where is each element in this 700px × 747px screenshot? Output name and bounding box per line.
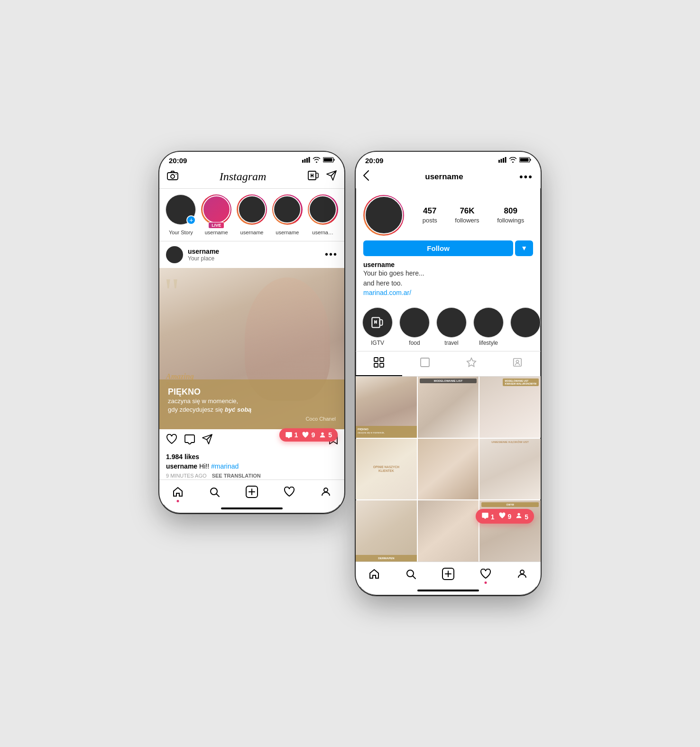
add-story-plus[interactable]: + [186, 215, 196, 225]
lifestyle-highlight-circle [473, 307, 504, 338]
post-header: username Your place ••• [159, 241, 344, 268]
header-icons [307, 170, 337, 184]
person-tab-icon [512, 357, 523, 370]
highlight-igtv-label: IGTV [371, 340, 384, 346]
bio-text-1: Your bio goes here... [363, 268, 533, 278]
travel-highlight-circle [436, 307, 467, 338]
grid-cell-1[interactable]: PIĘKNOzaczyna się w momencie, [356, 377, 417, 438]
story-item-live[interactable]: LIVE username [202, 194, 231, 235]
battery-icon [323, 157, 335, 164]
nav-profile-feed[interactable] [320, 486, 332, 500]
svg-rect-24 [503, 158, 504, 163]
status-time-feed: 20:09 [169, 157, 187, 165]
story-item-your-story[interactable]: + Your Story [166, 194, 196, 235]
svg-point-15 [322, 433, 324, 435]
svg-point-9 [176, 174, 177, 175]
stat-followers[interactable]: 76K followers [455, 206, 479, 224]
highlight-lifestyle[interactable]: lifestyle [473, 307, 504, 346]
grid-cell-4[interactable]: OPINIE NASZYCHKLIENTEK [356, 439, 417, 500]
post-more-icon[interactable]: ••• [325, 249, 338, 260]
svg-line-43 [413, 576, 416, 579]
svg-rect-22 [498, 160, 500, 163]
tab-tagged-star[interactable] [448, 351, 495, 376]
back-button[interactable] [363, 170, 369, 184]
tab-reels[interactable] [402, 351, 449, 376]
svg-rect-25 [505, 157, 507, 163]
follow-dropdown-button[interactable]: ▼ [515, 240, 533, 256]
highlight-travel[interactable]: travel [436, 307, 467, 346]
svg-rect-6 [324, 158, 332, 161]
tab-profile-tagged[interactable] [495, 351, 541, 376]
profile-avatar-ring [363, 195, 404, 236]
igtv-highlight-circle [362, 307, 393, 338]
igtv-icon[interactable] [307, 170, 319, 184]
highlight-food[interactable]: food [399, 307, 430, 346]
svg-point-47 [520, 570, 524, 574]
story-item-1[interactable]: username [237, 194, 267, 235]
nav-profile-profile[interactable] [516, 568, 528, 582]
story-item-2[interactable]: username [272, 194, 302, 235]
stat-followings[interactable]: 809 followings [497, 206, 524, 224]
signal-icon [302, 157, 310, 164]
highlight-extra[interactable] [510, 307, 541, 346]
grid-cell-3[interactable]: MODELOWANIE USTKWASEM HIALURONOWYM [479, 377, 541, 438]
tab-grid[interactable] [356, 351, 402, 376]
post-overlay-author: Coco Chanel [168, 416, 336, 422]
stories-row: + Your Story LIVE username [159, 189, 344, 241]
post-image[interactable]: " Amazing Beauty PIĘKNO zaczyna się w mo… [159, 268, 344, 429]
comment-count-badge-profile: 1 [481, 512, 495, 521]
grid-cell-8[interactable] [418, 500, 479, 562]
nav-search-profile[interactable] [405, 568, 416, 582]
caption-username: username [166, 462, 197, 470]
phones-container: 20:09 Instagram [159, 152, 541, 595]
extra-highlight-circle [510, 307, 541, 338]
post-user[interactable]: username Your place [166, 246, 219, 263]
bio-link[interactable]: marinad.com.ar/ [363, 289, 411, 296]
svg-rect-2 [306, 158, 308, 163]
phone-feed-screen: 20:09 Instagram [159, 152, 344, 513]
status-time-profile: 20:09 [365, 157, 383, 165]
notification-badge-profile: 1 9 5 [476, 509, 534, 524]
svg-rect-38 [421, 358, 429, 367]
nav-home-profile[interactable] [368, 568, 380, 582]
grid-cell-5[interactable] [418, 439, 479, 500]
follow-button[interactable]: Follow [363, 240, 513, 256]
status-icons-profile [498, 157, 531, 164]
nav-add-feed[interactable] [246, 486, 258, 501]
home-indicator-profile [417, 590, 479, 591]
post-actions-left [166, 434, 212, 447]
post-caption: username Hi!! #marinad [159, 461, 344, 472]
phone-profile: 20:09 username [356, 152, 541, 595]
likes-count-badge-profile: 9 [498, 512, 512, 520]
post-overlay-title: PIĘKNO [168, 387, 336, 397]
svg-point-40 [516, 360, 519, 363]
nav-home-feed[interactable] [172, 486, 184, 500]
story-item-3[interactable]: userna… [308, 194, 338, 235]
stat-posts: 457 posts [423, 206, 437, 224]
grid-cell-2[interactable]: MODELOWANIE LIST [418, 377, 479, 438]
highlight-igtv[interactable]: IGTV [362, 307, 393, 346]
post-overlay-body: zaczyna się w momencie, gdy zdecydujesz … [168, 397, 336, 414]
share-button[interactable] [202, 434, 212, 447]
comment-button[interactable] [184, 434, 195, 447]
nav-add-profile[interactable] [442, 568, 454, 583]
svg-rect-0 [302, 160, 304, 163]
profile-avatar-wrap[interactable] [363, 195, 404, 236]
profile-header-username: username [425, 172, 463, 182]
food-highlight-circle [399, 307, 430, 338]
nav-heart-feed[interactable] [284, 487, 295, 500]
grid-cell-7[interactable]: DERMAPEN [356, 500, 417, 562]
see-translation-link[interactable]: SEE TRANSLATION [212, 473, 261, 479]
grid-cell-6[interactable]: UNIESIENIE KĄCIKÓW UST [479, 439, 541, 500]
like-button[interactable] [166, 434, 177, 447]
camera-icon[interactable] [167, 170, 178, 184]
svg-rect-39 [514, 359, 522, 367]
caption-hashtag[interactable]: #marinad [211, 462, 239, 470]
nav-heart-profile[interactable] [480, 569, 491, 582]
profile-more-button[interactable]: ••• [519, 171, 533, 183]
svg-rect-11 [316, 173, 318, 178]
live-badge: LIVE [208, 222, 224, 229]
wifi-icon-profile [509, 157, 517, 164]
send-icon[interactable] [326, 170, 337, 184]
nav-search-feed[interactable] [209, 486, 220, 500]
